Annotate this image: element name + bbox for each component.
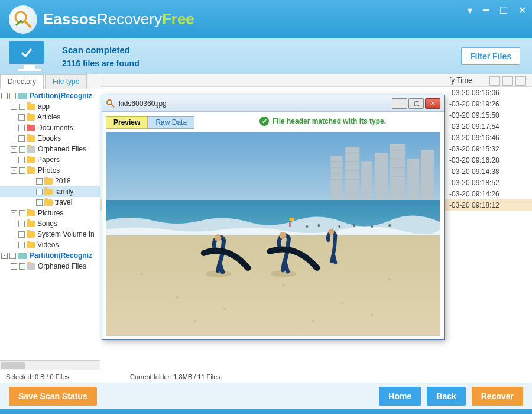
directory-tree[interactable]: -Partition(Recogniz+appArticlesDocuments…	[0, 89, 100, 360]
home-button[interactable]: Home	[379, 387, 421, 406]
svg-line-3	[111, 104, 114, 107]
tree-item[interactable]: Articles	[0, 112, 100, 122]
tab-directory[interactable]: Directory	[0, 74, 44, 89]
scan-title: Scan completed	[62, 45, 140, 55]
cell-modify-time: -03-20 09:14:26	[449, 190, 532, 198]
tree-expander[interactable]: +	[11, 263, 17, 270]
preview-maximize-button[interactable]: ▢	[408, 98, 424, 109]
save-scan-status-button[interactable]: Save Scan Status	[9, 387, 97, 406]
footer: Save Scan Status Home Back Recover	[0, 383, 532, 409]
preview-tab-raw-data[interactable]: Raw Data	[148, 116, 194, 129]
maximize-button[interactable]: ☐	[499, 5, 508, 16]
view-small-icon[interactable]	[502, 76, 513, 86]
folder-icon	[27, 263, 35, 270]
close-button[interactable]: ✕	[518, 5, 526, 16]
filter-files-button[interactable]: Filter Files	[461, 47, 520, 65]
cell-modify-time: -03-20 09:18:52	[449, 179, 532, 187]
tree-checkbox[interactable]	[19, 263, 25, 270]
tree-checkbox[interactable]	[19, 146, 25, 153]
svg-rect-33	[289, 218, 294, 221]
cell-modify-time: -03-20 09:16:06	[449, 89, 532, 97]
tree-expander[interactable]: -	[1, 253, 8, 259]
view-large-icon[interactable]	[489, 76, 500, 86]
tree-checkbox[interactable]	[9, 93, 16, 99]
preview-status-text: File header matched with its type.	[273, 117, 386, 125]
tree-checkbox[interactable]	[19, 210, 25, 216]
recover-button[interactable]: Recover	[472, 387, 523, 406]
tree-checkbox[interactable]	[18, 242, 25, 248]
tree-item[interactable]: 2018	[0, 176, 100, 186]
tree-checkbox[interactable]	[18, 135, 25, 142]
window-controls: ▾ ━ ☐ ✕	[468, 5, 526, 16]
tree-item[interactable]: Documents	[0, 122, 100, 133]
tree-expander[interactable]: -	[11, 167, 17, 174]
tree-expander[interactable]: -	[1, 93, 8, 99]
tree-item[interactable]: -Photos	[0, 165, 100, 176]
tree-item[interactable]: +Orphaned Files	[0, 144, 100, 154]
tree-item[interactable]: +app	[0, 101, 100, 112]
tree-label: family	[55, 187, 73, 196]
tree-item[interactable]: +Pictures	[0, 208, 100, 218]
back-button[interactable]: Back	[427, 387, 465, 406]
tree-expander[interactable]: +	[11, 210, 17, 216]
tree-label: Videos	[37, 241, 59, 249]
horizontal-scrollbar[interactable]	[0, 360, 100, 370]
tree-item[interactable]: -Partition(Recogniz	[0, 250, 100, 261]
view-list-icon[interactable]	[515, 76, 526, 86]
tree-checkbox[interactable]	[19, 104, 25, 110]
tree-expander[interactable]: +	[11, 104, 17, 110]
app-title: EassosRecoveryFree	[43, 10, 194, 28]
view-mode-icons	[489, 76, 526, 86]
svg-point-39	[141, 273, 143, 275]
tree-item[interactable]: Ebooks	[0, 133, 100, 144]
svg-point-43	[341, 302, 343, 305]
drive-icon	[18, 93, 27, 99]
tree-checkbox[interactable]	[36, 199, 43, 206]
svg-point-47	[371, 314, 373, 316]
tree-checkbox[interactable]	[36, 189, 43, 195]
svg-point-45	[194, 320, 196, 322]
minimize-button[interactable]: ━	[483, 5, 489, 16]
tree-label: Partition(Recogniz	[30, 92, 92, 100]
svg-point-44	[388, 279, 391, 281]
tree-item[interactable]: System Volume In	[0, 229, 100, 240]
tree-checkbox[interactable]	[18, 221, 25, 227]
tree-checkbox[interactable]	[9, 253, 16, 259]
tree-checkbox[interactable]	[18, 125, 25, 131]
svg-point-35	[215, 234, 222, 241]
preview-tabs: Preview Raw Data ✓ File header matched w…	[106, 115, 440, 130]
status-current-folder: Current folder: 1.8MB / 11 Files.	[130, 373, 526, 380]
tree-label: Papers	[37, 156, 60, 164]
tree-checkbox[interactable]	[18, 157, 25, 163]
preview-tab-preview[interactable]: Preview	[106, 116, 148, 129]
tree-item[interactable]: -Partition(Recogniz	[0, 90, 100, 101]
tree-checkbox[interactable]	[36, 178, 43, 185]
tree-checkbox[interactable]	[19, 167, 25, 174]
tree-checkbox[interactable]	[18, 114, 25, 121]
svg-point-41	[223, 308, 226, 310]
tree-checkbox[interactable]	[18, 231, 25, 238]
tree-expander[interactable]: +	[11, 146, 17, 153]
svg-point-46	[312, 320, 314, 322]
tree-item[interactable]: Videos	[0, 240, 100, 250]
svg-point-2	[107, 100, 112, 105]
drive-icon	[18, 253, 27, 259]
tree-item[interactable]: family	[0, 186, 100, 197]
status-selected: Selected: 0 B / 0 Files.	[6, 373, 130, 380]
table-header[interactable]: fy Time	[100, 74, 532, 87]
tree-item[interactable]: Papers	[0, 154, 100, 165]
preview-minimize-button[interactable]: —	[392, 98, 407, 109]
cell-modify-time: -03-20 09:14:38	[449, 167, 532, 176]
preview-titlebar[interactable]: kids600360.jpg — ▢ ✕	[102, 95, 444, 112]
preview-body: Preview Raw Data ✓ File header matched w…	[102, 112, 444, 339]
preview-close-button[interactable]: ✕	[425, 98, 440, 109]
tree-item[interactable]: travel	[0, 197, 100, 208]
folder-icon	[27, 125, 35, 131]
app-logo	[9, 5, 37, 34]
chevron-down-icon[interactable]: ▾	[468, 5, 472, 16]
svg-point-42	[282, 284, 284, 287]
svg-rect-7	[361, 161, 372, 203]
tree-item[interactable]: +Orphaned Files	[0, 261, 100, 271]
tab-filetype[interactable]: File type	[45, 74, 87, 89]
tree-item[interactable]: Songs	[0, 218, 100, 229]
